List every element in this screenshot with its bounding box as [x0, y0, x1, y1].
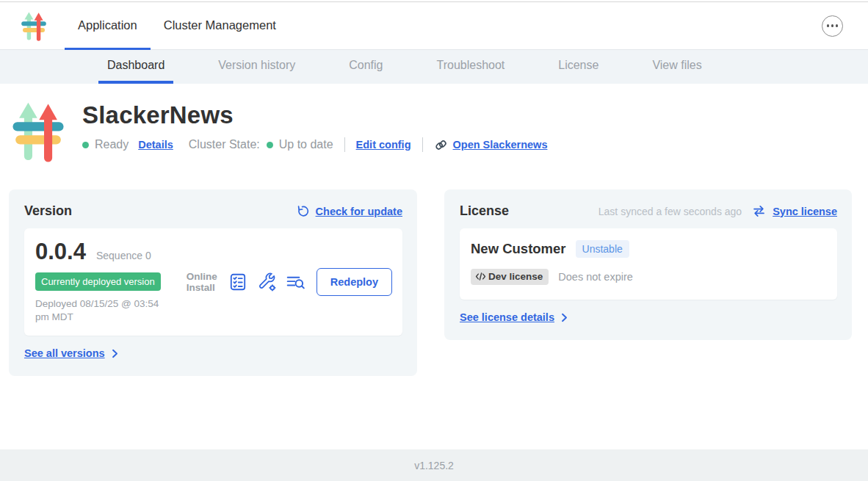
app-status-dot-icon [82, 142, 89, 148]
chevron-right-icon [112, 349, 118, 358]
view-logs-icon[interactable] [286, 272, 305, 292]
license-card-title: License [460, 203, 509, 219]
console-version-text: v1.125.2 [414, 460, 454, 471]
subnav-troubleshoot[interactable]: Troubleshoot [427, 50, 513, 84]
subnav-config[interactable]: Config [340, 50, 391, 84]
license-type-badge: Dev license [471, 269, 549, 285]
header: Application Cluster Management [0, 2, 868, 50]
current-version-panel: 0.0.4 Sequence 0 Currently deployed vers… [24, 228, 402, 336]
see-license-details-link[interactable]: See license details [460, 311, 568, 323]
sync-license-link[interactable]: Sync license [773, 206, 837, 217]
app-logo-large-icon [11, 98, 65, 163]
redeploy-button[interactable]: Redeploy [317, 268, 392, 296]
version-number: 0.0.4 [35, 239, 86, 265]
version-card: Version Check for update 0.0.4 Sequence … [9, 189, 417, 376]
cluster-state-text: Up to date [279, 138, 333, 151]
version-card-title: Version [24, 203, 72, 219]
edit-config-icon[interactable] [257, 272, 276, 292]
divider [344, 137, 345, 152]
license-card: License Last synced a few seconds ago Sy… [444, 189, 852, 340]
edit-config-link[interactable]: Edit config [356, 139, 411, 151]
external-link-icon [434, 138, 448, 152]
deployed-timestamp: Deployed 08/15/25 @ 03:54 pm MDT [35, 297, 167, 324]
app-status-text: Ready [95, 138, 129, 151]
app-logo-icon [21, 10, 47, 42]
app-subnav: Dashboard Version history Config Trouble… [0, 50, 868, 84]
last-synced-text: Last synced a few seconds ago [598, 206, 742, 217]
license-detail-panel: New Customer Unstable Dev license Does n… [460, 228, 837, 300]
chevron-right-icon [561, 313, 568, 322]
open-app-link[interactable]: Open Slackernews [453, 139, 548, 151]
customer-name: New Customer [471, 241, 566, 257]
install-type-label: Online Install [187, 271, 219, 294]
subnav-license[interactable]: License [549, 50, 607, 84]
sync-arrows-icon [752, 205, 766, 217]
refresh-icon [296, 205, 309, 218]
subnav-view-files[interactable]: View files [643, 50, 710, 84]
preflight-checks-icon[interactable] [228, 272, 247, 292]
subnav-dashboard[interactable]: Dashboard [98, 50, 173, 84]
header-tabs: Application Cluster Management [65, 2, 289, 49]
tab-application[interactable]: Application [65, 2, 151, 50]
channel-badge: Unstable [576, 240, 629, 258]
more-menu-button[interactable] [822, 15, 843, 37]
divider [422, 137, 423, 152]
tab-cluster-management[interactable]: Cluster Management [151, 2, 289, 50]
cluster-state-label: Cluster State: [189, 138, 260, 151]
code-icon [475, 272, 486, 281]
check-for-update-link[interactable]: Check for update [316, 206, 402, 217]
subnav-version-history[interactable]: Version history [209, 50, 304, 84]
see-all-versions-link[interactable]: See all versions [24, 347, 118, 359]
console-footer: v1.125.2 [0, 449, 868, 481]
version-sequence: Sequence 0 [96, 250, 151, 261]
details-link[interactable]: Details [138, 139, 173, 151]
cluster-state-dot-icon [267, 142, 273, 148]
page-title: SlackerNews [82, 101, 547, 129]
license-expiry-text: Does not expire [558, 271, 633, 283]
deployed-status-badge: Currently deployed version [35, 272, 161, 291]
app-hero: SlackerNews Ready Details Cluster State:… [0, 84, 868, 163]
